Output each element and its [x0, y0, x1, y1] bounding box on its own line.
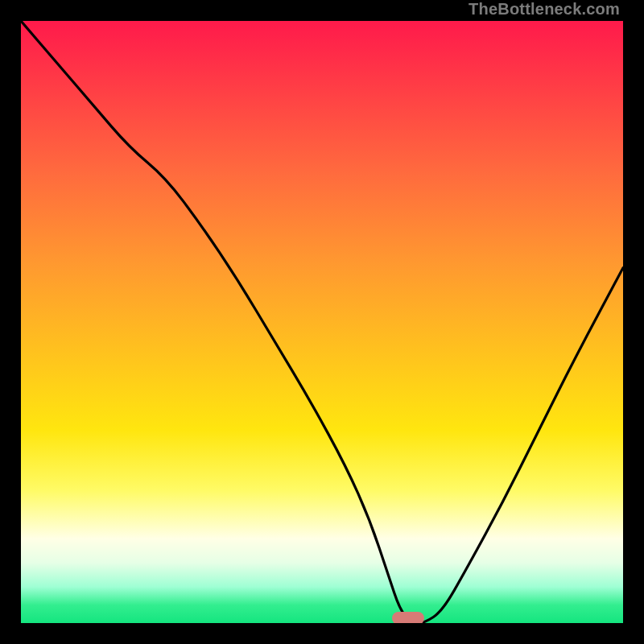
watermark-text: TheBottleneck.com	[469, 0, 620, 19]
chart-frame: TheBottleneck.com	[0, 0, 644, 644]
optimal-marker	[392, 612, 424, 623]
curve-svg	[21, 21, 623, 623]
bottleneck-curve	[21, 21, 623, 623]
plot-area	[21, 21, 623, 623]
